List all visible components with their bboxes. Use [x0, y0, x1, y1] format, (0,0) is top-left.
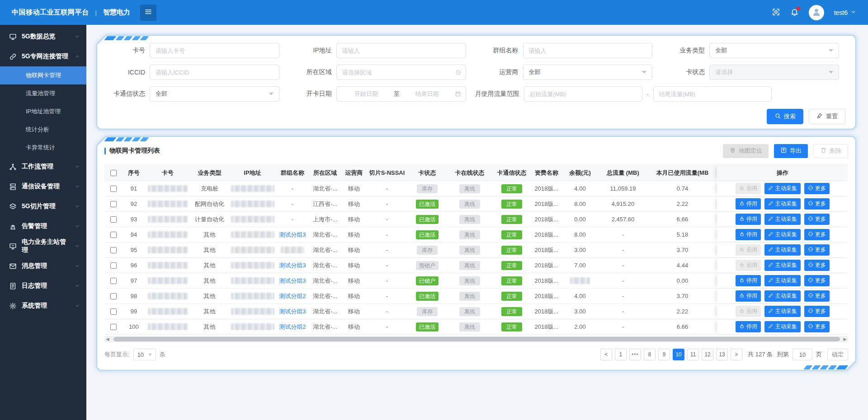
- row-checkbox[interactable]: [110, 201, 117, 207]
- page-jump-input[interactable]: [793, 349, 812, 360]
- row-action-主动采集-button[interactable]: 主动采集: [764, 214, 801, 225]
- row-action-停用-button[interactable]: 停用: [736, 275, 761, 286]
- row-checkbox[interactable]: [110, 247, 117, 253]
- page-button-12[interactable]: 12: [702, 349, 713, 360]
- sidebar-subitem-stats-analysis[interactable]: 统计分析: [0, 121, 86, 139]
- select-all-checkbox[interactable]: [110, 170, 117, 176]
- row-action-停用-button[interactable]: 停用: [736, 214, 761, 225]
- row-checkbox[interactable]: [110, 324, 117, 330]
- reset-button[interactable]: 重置: [809, 109, 845, 124]
- next-page-button[interactable]: >: [731, 349, 742, 360]
- scrollbar-thumb[interactable]: [113, 337, 840, 341]
- row-action-启用-button[interactable]: 启用: [736, 244, 761, 256]
- delete-button[interactable]: 删除: [813, 144, 848, 158]
- export-button[interactable]: 导出: [774, 144, 808, 158]
- row-action-主动采集-button[interactable]: 主动采集: [764, 290, 801, 302]
- group-link[interactable]: 测试分组2: [279, 292, 306, 300]
- horizontal-scrollbar[interactable]: ◀ ▶: [104, 336, 848, 342]
- row-action-更多-button[interactable]: 更多: [804, 183, 830, 194]
- row-action-主动采集-button[interactable]: 主动采集: [764, 260, 801, 271]
- card-comm-status-select[interactable]: 全部: [150, 86, 279, 102]
- monthly-usage-range-end-input[interactable]: [653, 86, 772, 102]
- row-action-主动采集-button[interactable]: 主动采集: [764, 198, 801, 210]
- user-menu[interactable]: test6: [834, 9, 856, 16]
- row-action-更多-button[interactable]: 更多: [804, 260, 830, 271]
- row-action-停用-button[interactable]: 停用: [736, 198, 761, 210]
- confirm-button[interactable]: 确定: [827, 349, 848, 360]
- menu-icon[interactable]: [140, 5, 156, 21]
- row-action-更多-button[interactable]: 更多: [804, 306, 830, 317]
- group-link[interactable]: 测试分组2: [279, 323, 306, 331]
- row-checkbox[interactable]: [110, 308, 117, 315]
- carrier-select[interactable]: 全部: [523, 65, 653, 80]
- row-action-更多-button[interactable]: 更多: [804, 290, 830, 302]
- open-date-range-picker[interactable]: 开始日期至结束日期: [336, 86, 466, 102]
- row-action-更多-button[interactable]: 更多: [804, 214, 830, 225]
- sidebar-item-workflow-mgmt[interactable]: 工作流管理: [0, 157, 86, 177]
- row-action-主动采集-button[interactable]: 主动采集: [764, 244, 801, 256]
- more-pages-button[interactable]: •••: [629, 349, 641, 360]
- sidebar-item-5g-slice-mgmt[interactable]: 5G切片管理: [0, 196, 86, 216]
- row-action-更多-button[interactable]: 更多: [804, 198, 830, 210]
- sidebar-item-power-master-station[interactable]: 电力业务主站管理: [0, 236, 86, 256]
- row-action-主动采集-button[interactable]: 主动采集: [764, 183, 801, 194]
- sidebar-subitem-ip-pool-mgmt[interactable]: IP地址池管理: [0, 103, 86, 121]
- sidebar-item-system-mgmt[interactable]: 系统管理: [0, 296, 86, 316]
- row-action-主动采集-button[interactable]: 主动采集: [764, 321, 801, 332]
- row-action-更多-button[interactable]: 更多: [804, 275, 830, 286]
- avatar[interactable]: [809, 5, 824, 20]
- row-checkbox[interactable]: [110, 278, 117, 284]
- row-action-停用-button[interactable]: 停用: [736, 290, 761, 302]
- search-button[interactable]: 搜索: [767, 109, 803, 124]
- page-button-9[interactable]: 9: [658, 349, 670, 360]
- end-date-input[interactable]: 结束日期: [402, 90, 452, 98]
- row-action-启用-button[interactable]: 启用: [736, 183, 761, 194]
- sidebar-item-message-mgmt[interactable]: 消息管理: [0, 256, 86, 276]
- start-date-input[interactable]: 开始日期: [341, 90, 391, 98]
- sidebar-subitem-iot-card-mgmt[interactable]: 物联网卡管理: [0, 66, 86, 84]
- monthly-usage-range-start-input[interactable]: [524, 86, 642, 102]
- ip-address-input[interactable]: [336, 43, 466, 58]
- page-button-11[interactable]: 11: [687, 349, 699, 360]
- row-action-更多-button[interactable]: 更多: [804, 244, 830, 256]
- fullscreen-icon[interactable]: [772, 8, 780, 18]
- row-action-主动采集-button[interactable]: 主动采集: [764, 275, 801, 286]
- scroll-right-arrow[interactable]: ▶: [842, 336, 848, 342]
- card-no-input[interactable]: [150, 43, 279, 58]
- sidebar-item-log-mgmt[interactable]: 日志管理: [0, 276, 86, 296]
- row-action-停用-button[interactable]: 停用: [736, 229, 761, 240]
- scroll-left-arrow[interactable]: ◀: [104, 336, 111, 342]
- page-button-10[interactable]: 10: [673, 349, 684, 360]
- card-status-select[interactable]: 请选择: [709, 65, 839, 80]
- map-locate-button[interactable]: 地图定位: [723, 144, 769, 158]
- group-link[interactable]: 测试分组3: [279, 261, 306, 270]
- sidebar-item-alarm-mgmt[interactable]: 告警管理: [0, 216, 86, 236]
- bell-icon[interactable]: [790, 8, 799, 18]
- page-button-13[interactable]: 13: [716, 349, 728, 360]
- row-checkbox[interactable]: [110, 262, 117, 269]
- sidebar-item-5g-private-network[interactable]: 5G专网连接管理: [0, 47, 86, 66]
- sidebar-item-5g-data-overview[interactable]: 5G数据总览: [0, 27, 86, 47]
- page-button-1[interactable]: 1: [615, 349, 627, 360]
- page-button-8[interactable]: 8: [644, 349, 656, 360]
- prev-page-button[interactable]: <: [600, 349, 612, 360]
- per-page-select[interactable]: 10: [133, 349, 156, 360]
- iccid-input[interactable]: [150, 65, 279, 80]
- row-checkbox[interactable]: [110, 216, 117, 223]
- group-link[interactable]: 测试分组3: [279, 277, 306, 285]
- sidebar-item-comm-device-mgmt[interactable]: 通信设备管理: [0, 177, 86, 196]
- row-action-启用-button[interactable]: 启用: [736, 306, 761, 317]
- group-name-input[interactable]: [523, 43, 653, 58]
- row-action-启用-button[interactable]: 启用: [736, 260, 761, 271]
- row-action-主动采集-button[interactable]: 主动采集: [764, 229, 801, 240]
- group-link[interactable]: 测试分组3: [279, 231, 306, 239]
- row-checkbox[interactable]: [110, 186, 117, 192]
- row-checkbox[interactable]: [110, 232, 117, 238]
- row-checkbox[interactable]: [110, 293, 117, 299]
- row-action-更多-button[interactable]: 更多: [804, 321, 830, 332]
- region-input[interactable]: [336, 65, 466, 80]
- business-type-select[interactable]: 全部: [709, 43, 839, 58]
- row-action-停用-button[interactable]: 停用: [736, 321, 761, 332]
- row-action-更多-button[interactable]: 更多: [804, 229, 830, 240]
- group-link[interactable]: 测试分组3: [279, 308, 306, 316]
